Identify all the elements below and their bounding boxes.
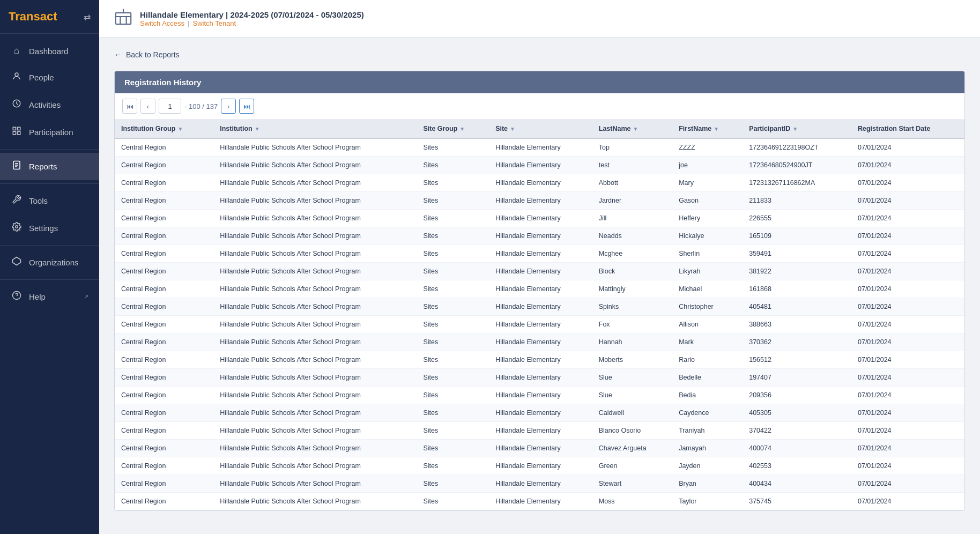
cell-institution-group: Central Region [115, 351, 213, 369]
cell-firstname: Mary [672, 174, 743, 192]
settings-icon [11, 222, 23, 234]
cell-institution-group: Central Region [115, 157, 213, 174]
first-page-button[interactable]: ⏮ [122, 99, 137, 114]
sidebar-item-dashboard[interactable]: ⌂ Dashboard [0, 38, 99, 64]
cell-lastname: Slue [592, 387, 672, 404]
table-row: Central Region Hillandale Public Schools… [115, 440, 964, 457]
cell-firstname: Michael [672, 280, 743, 298]
cell-site: Hillandale Elementary [489, 245, 592, 263]
cell-firstname: ZZZZ [672, 138, 743, 157]
switch-access-link[interactable]: Switch Access [140, 19, 184, 27]
col-participant-id[interactable]: ParticipantID ▼ [743, 120, 851, 138]
col-lastname[interactable]: LastName ▼ [592, 120, 672, 138]
prev-page-button[interactable]: ‹ [140, 99, 155, 114]
sidebar-item-label: Reports [29, 162, 57, 171]
col-site[interactable]: Site ▼ [489, 120, 592, 138]
cell-participant-id: 375745 [743, 493, 851, 510]
switch-tenant-link[interactable]: Switch Tenant [192, 19, 236, 27]
cell-site: Hillandale Elementary [489, 404, 592, 422]
back-label: Back to Reports [126, 50, 180, 59]
cell-participant-id: 172364680524900JT [743, 157, 851, 174]
cell-institution: Hillandale Public Schools After School P… [213, 227, 417, 245]
sidebar-item-tools[interactable]: Tools [0, 187, 99, 214]
back-to-reports-link[interactable]: ← Back to Reports [114, 50, 965, 59]
cell-site-group: Sites [417, 280, 489, 298]
cell-site: Hillandale Elementary [489, 493, 592, 510]
cell-participant-id: 381922 [743, 263, 851, 280]
cell-institution-group: Central Region [115, 422, 213, 440]
cell-lastname: Green [592, 457, 672, 475]
sidebar-item-settings[interactable]: Settings [0, 214, 99, 242]
cell-institution: Hillandale Public Schools After School P… [213, 333, 417, 351]
cell-lastname: Jardner [592, 192, 672, 210]
cell-participant-id: 211833 [743, 192, 851, 210]
col-label: Site Group [423, 125, 457, 132]
registration-table: Institution Group ▼ Institution ▼ [115, 120, 964, 510]
sidebar-item-reports[interactable]: Reports [0, 153, 99, 180]
cell-institution: Hillandale Public Schools After School P… [213, 298, 417, 316]
sidebar-item-label: Activities [29, 100, 61, 109]
organizations-icon [11, 256, 23, 269]
sidebar-toggle-icon[interactable]: ⇄ [84, 12, 91, 22]
cell-participant-id: 370362 [743, 333, 851, 351]
cell-participant-id: 226555 [743, 210, 851, 227]
cell-lastname: Mattingly [592, 280, 672, 298]
table-row: Central Region Hillandale Public Schools… [115, 493, 964, 510]
cell-firstname: Allison [672, 316, 743, 333]
cell-reg-start: 07/01/2024 [851, 404, 964, 422]
cell-site: Hillandale Elementary [489, 440, 592, 457]
cell-lastname: test [592, 157, 672, 174]
cell-firstname: Hickalye [672, 227, 743, 245]
col-firstname[interactable]: FirstName ▼ [672, 120, 743, 138]
cell-participant-id: 359491 [743, 245, 851, 263]
svg-rect-3 [18, 127, 20, 130]
cell-reg-start: 07/01/2024 [851, 333, 964, 351]
table-row: Central Region Hillandale Public Schools… [115, 298, 964, 316]
cell-institution: Hillandale Public Schools After School P… [213, 369, 417, 387]
cell-site: Hillandale Elementary [489, 298, 592, 316]
cell-site: Hillandale Elementary [489, 475, 592, 493]
cell-lastname: Caldwell [592, 404, 672, 422]
page-header: Hillandale Elementary | 2024-2025 (07/01… [99, 0, 980, 38]
cell-institution: Hillandale Public Schools After School P… [213, 174, 417, 192]
cell-institution-group: Central Region [115, 387, 213, 404]
next-page-button[interactable]: › [221, 99, 236, 114]
col-label: LastName [599, 125, 631, 132]
sidebar-item-people[interactable]: People [0, 64, 99, 91]
sort-icon: ▼ [714, 126, 719, 132]
table-header: Institution Group ▼ Institution ▼ [115, 120, 964, 138]
col-institution[interactable]: Institution ▼ [213, 120, 417, 138]
logo: Transact [9, 10, 57, 24]
sidebar-item-help[interactable]: Help ↗ [0, 283, 99, 312]
cell-reg-start: 07/01/2024 [851, 457, 964, 475]
page-number-input[interactable]: 1 [159, 99, 181, 114]
col-institution-group[interactable]: Institution Group ▼ [115, 120, 213, 138]
cell-site: Hillandale Elementary [489, 157, 592, 174]
cell-site-group: Sites [417, 440, 489, 457]
cell-reg-start: 07/01/2024 [851, 157, 964, 174]
cell-institution: Hillandale Public Schools After School P… [213, 440, 417, 457]
cell-firstname: Sherlin [672, 245, 743, 263]
cell-institution-group: Central Region [115, 404, 213, 422]
table-row: Central Region Hillandale Public Schools… [115, 387, 964, 404]
cell-firstname: Jayden [672, 457, 743, 475]
col-site-group[interactable]: Site Group ▼ [417, 120, 489, 138]
cell-firstname: Traniyah [672, 422, 743, 440]
svg-rect-4 [13, 132, 16, 135]
cell-site-group: Sites [417, 475, 489, 493]
last-page-button[interactable]: ⏭ [239, 99, 254, 114]
cell-institution-group: Central Region [115, 263, 213, 280]
col-reg-start-date[interactable]: Registration Start Date [851, 120, 964, 138]
sidebar-item-organizations[interactable]: Organizations [0, 249, 99, 276]
table-row: Central Region Hillandale Public Schools… [115, 227, 964, 245]
cell-firstname: Christopher [672, 298, 743, 316]
cell-participant-id: 400074 [743, 440, 851, 457]
svg-rect-14 [116, 13, 131, 24]
cell-site-group: Sites [417, 227, 489, 245]
table-row: Central Region Hillandale Public Schools… [115, 316, 964, 333]
sidebar-item-participation[interactable]: Participation [0, 118, 99, 146]
cell-institution: Hillandale Public Schools After School P… [213, 138, 417, 157]
main-content: ← Back to Reports Registration History ⏮… [99, 38, 980, 534]
table-row: Central Region Hillandale Public Schools… [115, 404, 964, 422]
sidebar-item-activities[interactable]: Activities [0, 91, 99, 118]
